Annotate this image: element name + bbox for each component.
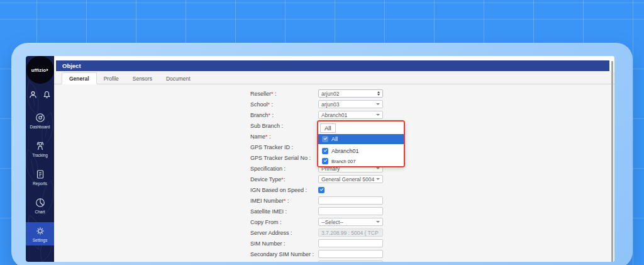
device-type-select[interactable]: General General 5004 [318, 175, 383, 183]
tab-profile[interactable]: Profile [97, 72, 126, 84]
vertical-scrollbar[interactable] [611, 61, 613, 262]
tab-sensors[interactable]: Sensors [126, 72, 159, 84]
ign-speed-checkbox[interactable] [318, 187, 325, 193]
check-icon [323, 137, 327, 140]
form-row-object-group: Object Group : Select... [54, 259, 614, 262]
settings-gear-icon [35, 226, 45, 236]
form-area: Reseller* : arjun02 School* : arjun03 Br… [54, 84, 614, 262]
check-icon [323, 149, 327, 152]
school-select[interactable]: arjun03 [318, 100, 383, 108]
sidebar-item-dashboard[interactable]: Dashboard [26, 109, 54, 132]
dropdown-option-abranch01[interactable]: Abranch01 [318, 146, 404, 156]
copy-from-select[interactable]: --Select-- [318, 218, 383, 226]
form-row-reseller: Reseller* : arjun02 [54, 88, 614, 99]
tracking-icon [35, 141, 45, 151]
tab-document[interactable]: Document [159, 72, 197, 84]
app-window: uffizio Dashboard [11, 43, 633, 265]
tab-general[interactable]: General [62, 72, 97, 84]
check-icon [319, 187, 323, 191]
sidebar-item-chart[interactable]: Chart [26, 194, 54, 217]
tab-bar: General Profile Sensors Document [54, 72, 614, 84]
chevron-down-icon [376, 167, 380, 169]
form-row-imei-number: IMEI Number* : [54, 195, 614, 206]
sidebar: uffizio Dashboard [26, 56, 54, 262]
form-row-device-type: Device Type*: General General 5004 [54, 174, 614, 184]
check-icon [323, 159, 327, 162]
dropdown-option-all[interactable]: All [318, 134, 404, 144]
logo-text: uffizio [31, 67, 46, 73]
form-row-school: School* : arjun03 [54, 99, 614, 110]
chevron-down-icon [376, 103, 380, 105]
dashboard-icon [35, 113, 45, 123]
form-row-branch: Branch* : Abranch01 [54, 110, 614, 120]
secondary-sim-number-input[interactable] [318, 250, 383, 258]
sidebar-item-reports[interactable]: Reports [26, 166, 54, 189]
updown-icon [377, 91, 380, 96]
form-row-copy-from: Copy From : --Select-- [54, 217, 614, 227]
dropdown-option-branch-007[interactable]: Branch 007 [318, 156, 404, 166]
reseller-select[interactable]: arjun02 [318, 89, 383, 98]
sub-branch-filter[interactable]: All [318, 121, 404, 134]
main-panel: Object General Profile Sensors Document … [54, 56, 614, 262]
reports-icon [35, 169, 45, 179]
sub-branch-dropdown-annotated[interactable]: All All Abranch01 Branch 007 [317, 120, 405, 167]
uffizio-logo: uffizio [26, 56, 54, 84]
object-group-select[interactable]: Select... [318, 261, 383, 262]
form-row-satellite-imei: Satellite IMEI : [54, 206, 614, 217]
sidebar-item-tracking[interactable]: Tracking [26, 137, 54, 161]
branch-select[interactable]: Abranch01 [318, 111, 383, 119]
option-checkbox[interactable] [322, 148, 328, 154]
sub-branch-filter-value[interactable]: All [320, 123, 336, 133]
form-row-ign-based-on-speed: IGN Based on Speed : [54, 184, 614, 195]
imei-number-input[interactable] [318, 196, 383, 205]
option-checkbox[interactable] [322, 158, 328, 164]
option-checkbox[interactable] [322, 136, 328, 142]
chevron-down-icon [376, 221, 380, 223]
user-icon[interactable] [29, 91, 37, 99]
page-title: Object [56, 60, 609, 71]
server-address-input [318, 228, 383, 237]
sim-number-input[interactable] [318, 239, 383, 247]
form-row-secondary-sim-number: Secondary SIM Number : [54, 249, 614, 259]
bell-icon[interactable] [43, 91, 51, 99]
chevron-down-icon [376, 114, 380, 116]
sidebar-item-settings[interactable]: Settings [26, 222, 54, 245]
form-row-server-address: Server Address : [54, 227, 614, 238]
form-row-sim-number: SIM Number : [54, 238, 614, 249]
logo-arrow-icon [47, 69, 48, 71]
satellite-imei-input[interactable] [318, 207, 383, 215]
chevron-down-icon [376, 178, 380, 180]
chart-icon [35, 198, 45, 208]
